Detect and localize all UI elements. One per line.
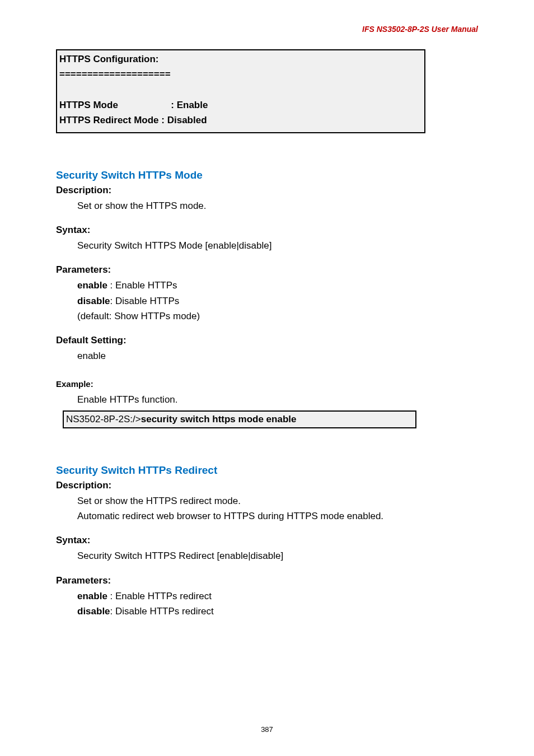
description-text: Set or show the HTTPS mode.	[77, 198, 478, 213]
param-enable: enable : Enable HTTPs redirect	[77, 589, 478, 604]
example-command: security switch https mode enable	[141, 414, 297, 424]
param-disable-text: : Disable HTTPs	[110, 296, 180, 306]
param-disable: disable: Disable HTTPs	[77, 293, 478, 309]
param-disable-text: : Disable HTTPs redirect	[110, 606, 214, 617]
syntax-heading: Syntax:	[56, 535, 478, 546]
param-default: (default: Show HTTPs mode)	[77, 309, 478, 324]
page-number: 387	[0, 725, 534, 734]
syntax-text: Security Switch HTTPS Mode [enable|disab…	[77, 238, 478, 253]
param-enable-text: : Enable HTTPs	[107, 280, 177, 291]
description-text-2: Automatic redirect web browser to HTTPS …	[77, 508, 478, 524]
section-https-redirect-title: Security Switch HTTPs Redirect	[56, 464, 478, 477]
param-disable-key: disable	[77, 296, 110, 306]
default-setting-heading: Default Setting:	[56, 335, 478, 346]
cfg-line-2: ====================	[59, 69, 171, 80]
cfg-line-1: HTTPS Configuration:	[59, 54, 159, 64]
example-heading: Example:	[56, 379, 478, 389]
param-enable: enable : Enable HTTPs	[77, 278, 478, 293]
cfg-line-5: HTTPS Redirect Mode : Disabled	[59, 115, 207, 125]
doc-header: IFS NS3502-8P-2S User Manual	[362, 25, 478, 34]
parameters-block: enable : Enable HTTPs disable: Disable H…	[77, 278, 478, 324]
parameters-heading: Parameters:	[56, 264, 478, 276]
default-setting-text: enable	[77, 348, 478, 363]
param-enable-key: enable	[77, 591, 107, 601]
parameters-block: enable : Enable HTTPs redirect disable: …	[77, 589, 478, 619]
description-heading: Description:	[56, 185, 478, 196]
syntax-heading: Syntax:	[56, 225, 478, 236]
parameters-heading: Parameters:	[56, 575, 478, 586]
section-https-mode-title: Security Switch HTTPs Mode	[56, 169, 478, 181]
param-disable: disable: Disable HTTPs redirect	[77, 604, 478, 619]
cfg-line-4: HTTPS Mode : Enable	[59, 100, 208, 110]
example-command-box: NS3502-8P-2S:/>security switch https mod…	[63, 410, 416, 428]
param-enable-key: enable	[77, 280, 107, 291]
example-prompt: NS3502-8P-2S:/>	[66, 414, 141, 424]
param-enable-text: : Enable HTTPs redirect	[107, 591, 212, 601]
page-content: HTTPS Configuration: ===================…	[56, 49, 478, 619]
description-text-1: Set or show the HTTPS redirect mode.	[77, 493, 478, 508]
example-text: Enable HTTPs function.	[77, 392, 478, 407]
description-heading: Description:	[56, 480, 478, 491]
syntax-text: Security Switch HTTPS Redirect [enable|d…	[77, 548, 478, 563]
param-disable-key: disable	[77, 606, 110, 617]
https-config-box: HTTPS Configuration: ===================…	[56, 49, 425, 133]
